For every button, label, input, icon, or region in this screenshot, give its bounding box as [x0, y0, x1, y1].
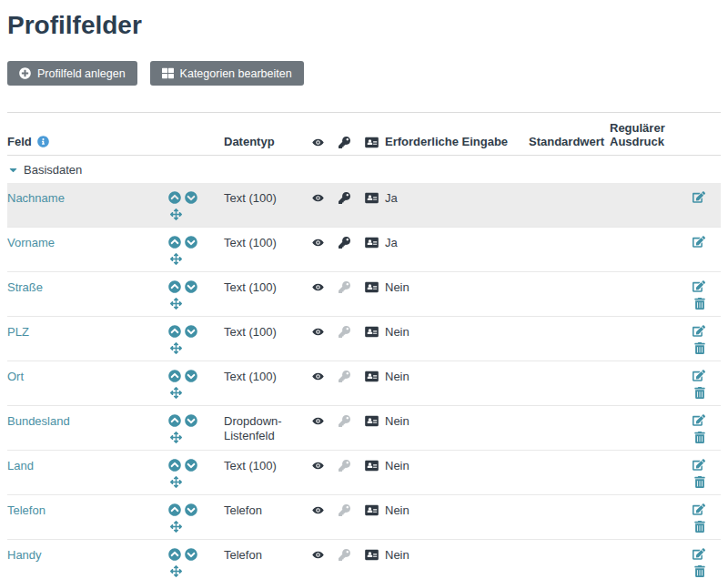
address-card-icon[interactable] [365, 549, 379, 561]
drag-handle-icon[interactable] [170, 253, 182, 265]
move-down-button[interactable] [185, 414, 197, 427]
drag-handle-icon[interactable] [170, 432, 182, 443]
info-circle-icon[interactable] [37, 136, 49, 147]
drag-handle-icon[interactable] [170, 476, 182, 488]
delete-button[interactable] [694, 298, 705, 310]
field-link[interactable]: Straße [7, 280, 43, 294]
key-icon[interactable] [339, 504, 350, 516]
eye-icon[interactable] [311, 504, 325, 516]
eye-icon[interactable] [311, 371, 325, 382]
header-profile-card [358, 136, 385, 155]
create-profile-field-button[interactable]: Profilfeld anlegen [7, 61, 137, 86]
move-up-button[interactable] [168, 370, 181, 382]
address-card-icon[interactable] [365, 504, 379, 516]
standardwert-value [529, 317, 610, 361]
eye-icon[interactable] [311, 281, 325, 293]
move-up-button[interactable] [168, 414, 181, 427]
drag-handle-icon[interactable] [170, 521, 182, 533]
field-link[interactable]: Nachname [7, 191, 65, 205]
edit-categories-button[interactable]: Kategorien bearbeiten [150, 61, 304, 86]
move-down-button[interactable] [185, 548, 197, 561]
move-up-button[interactable] [168, 280, 181, 293]
drag-handle-icon[interactable] [170, 342, 182, 354]
move-down-button[interactable] [185, 503, 197, 516]
move-up-button[interactable] [168, 325, 181, 338]
sort-cell [168, 361, 224, 405]
drag-handle-icon[interactable] [170, 387, 182, 399]
drag-handle-icon[interactable] [170, 208, 182, 220]
eye-icon[interactable] [311, 326, 325, 338]
visibility-cell [305, 317, 331, 361]
edit-button[interactable] [693, 414, 705, 426]
key-icon[interactable] [339, 415, 350, 427]
edit-button[interactable] [693, 548, 705, 560]
address-card-icon[interactable] [365, 371, 379, 382]
key-icon[interactable] [339, 371, 350, 382]
edit-button[interactable] [693, 459, 705, 471]
category-row-basisdaten[interactable]: Basisdaten [7, 156, 721, 183]
field-link[interactable]: PLZ [7, 325, 29, 339]
table-row: Nachname Text (100) Ja [7, 183, 721, 228]
field-link[interactable]: Bundesland [7, 414, 70, 428]
edit-button[interactable] [693, 370, 705, 381]
eye-icon[interactable] [311, 460, 325, 472]
key-icon[interactable] [339, 281, 350, 293]
address-card-icon[interactable] [365, 237, 379, 249]
delete-button[interactable] [694, 521, 705, 533]
field-link[interactable]: Ort [7, 370, 24, 383]
eye-icon[interactable] [311, 192, 325, 204]
eye-icon[interactable] [311, 549, 325, 561]
sort-cell [168, 183, 224, 227]
delete-button[interactable] [694, 342, 705, 354]
datentyp-value: Text (100) [224, 183, 305, 227]
field-link[interactable]: Vorname [7, 236, 55, 249]
field-link[interactable]: Land [7, 459, 34, 472]
move-up-button[interactable] [168, 459, 181, 472]
address-card-icon[interactable] [365, 192, 379, 204]
profile-card-cell [358, 406, 385, 450]
datentyp-value: Text (100) [224, 451, 305, 494]
move-up-button[interactable] [168, 503, 181, 516]
drag-handle-icon[interactable] [170, 565, 182, 577]
drag-handle-icon[interactable] [170, 298, 182, 310]
address-card-icon[interactable] [365, 281, 379, 293]
move-up-button[interactable] [168, 191, 181, 204]
edit-button[interactable] [693, 325, 705, 337]
visibility-cell [305, 495, 331, 539]
field-link[interactable]: Telefon [7, 503, 46, 517]
move-down-button[interactable] [185, 236, 197, 249]
edit-button[interactable] [693, 280, 705, 292]
delete-button[interactable] [694, 565, 705, 577]
sort-cell [168, 228, 224, 271]
address-card-icon[interactable] [365, 460, 379, 472]
delete-button[interactable] [694, 387, 705, 399]
field-link[interactable]: Handy [7, 548, 42, 562]
delete-button[interactable] [694, 432, 705, 443]
sort-cell [168, 406, 224, 450]
edit-button[interactable] [693, 236, 705, 248]
profile-card-cell [358, 317, 385, 361]
eye-icon[interactable] [311, 415, 325, 427]
move-down-button[interactable] [185, 280, 197, 293]
edit-button[interactable] [693, 191, 705, 203]
key-icon[interactable] [339, 549, 350, 561]
key-icon[interactable] [339, 192, 350, 204]
delete-button[interactable] [694, 476, 705, 488]
move-up-button[interactable] [168, 236, 181, 249]
move-down-button[interactable] [185, 191, 197, 204]
address-card-icon[interactable] [365, 326, 379, 338]
move-down-button[interactable] [185, 459, 197, 472]
move-down-button[interactable] [185, 325, 197, 338]
address-card-icon[interactable] [365, 415, 379, 427]
key-icon[interactable] [339, 237, 350, 249]
field-cell: Bundesland [7, 406, 168, 450]
access-cell [331, 272, 358, 316]
access-cell [331, 451, 358, 494]
edit-button[interactable] [693, 503, 705, 515]
key-icon[interactable] [339, 460, 350, 472]
profile-card-cell [358, 451, 385, 494]
key-icon[interactable] [339, 326, 350, 338]
move-up-button[interactable] [168, 548, 181, 561]
eye-icon[interactable] [311, 237, 325, 249]
move-down-button[interactable] [185, 370, 197, 382]
